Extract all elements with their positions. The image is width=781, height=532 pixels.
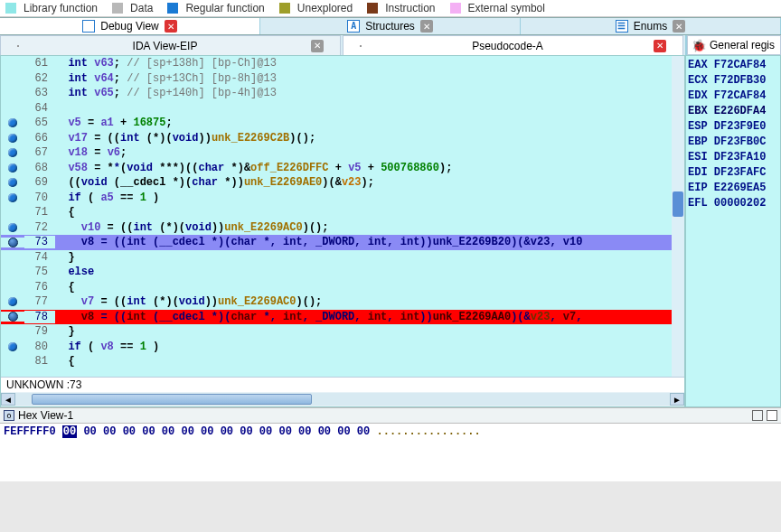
code-line[interactable]: 63 int v65; // [sp+140h] [bp-4h]@13 — [1, 86, 684, 101]
gutter[interactable] — [1, 342, 24, 351]
code-text[interactable]: v18 = v6; — [55, 146, 684, 159]
close-icon[interactable]: ✕ — [165, 20, 177, 33]
close-icon[interactable]: ✕ — [311, 40, 324, 52]
hscroll-track[interactable] — [15, 393, 670, 406]
code-line[interactable]: 77 v7 = ((int (*)(void))unk_E2269AC0)(); — [1, 294, 684, 310]
breakpoint-dot[interactable] — [8, 118, 17, 127]
code-line[interactable]: 67 v18 = v6; — [1, 145, 684, 161]
code-text[interactable]: { — [55, 355, 684, 368]
register-line[interactable]: EDI DF23FAFC — [688, 165, 778, 181]
breakpoint-dot[interactable] — [8, 163, 17, 173]
hex-ascii: ................ — [376, 425, 480, 438]
code-text[interactable]: v7 = ((int (*)(void))unk_E2269AC0)(); — [55, 295, 684, 308]
sub-tab[interactable]: Pseudocode-A✕ — [343, 35, 683, 55]
code-text[interactable]: int v64; // [sp+13Ch] [bp-8h]@13 — [55, 72, 684, 85]
code-line[interactable]: 65 v5 = a1 + 16875; — [1, 116, 684, 131]
code-text[interactable]: v58 = **(void ***)((char *)&off_E226DFFC… — [55, 162, 684, 174]
code-line[interactable]: 72 v10 = ((int (*)(void))unk_E2269AC0)()… — [1, 220, 684, 236]
legend-bar: Library functionDataRegular functionUnex… — [0, 0, 781, 17]
close-icon[interactable]: ✕ — [654, 40, 666, 52]
code-line[interactable]: 74 } — [1, 250, 684, 266]
code-text[interactable]: v10 = ((int (*)(void))unk_E2269AC0)(); — [55, 221, 684, 234]
code-text[interactable]: v17 = ((int (*)(void))unk_E2269C2B)(); — [55, 132, 684, 145]
hex-byte-selected[interactable]: 00 — [62, 425, 77, 438]
code-line[interactable]: 68 v58 = **(void ***)((char *)&off_E226D… — [1, 161, 684, 176]
hscroll-right[interactable]: ► — [670, 393, 684, 406]
register-line[interactable]: EIP E2269EA5 — [688, 181, 778, 196]
gutter[interactable] — [1, 238, 24, 247]
code-line[interactable]: 71 { — [1, 205, 684, 220]
hex-restore[interactable] — [767, 410, 777, 421]
breakpoint-dot[interactable] — [8, 297, 17, 306]
vscroll[interactable] — [672, 56, 684, 377]
code-text[interactable]: } — [55, 325, 684, 338]
hex-view-body[interactable]: FEFFFFF0 00 00 00 00 00 00 00 00 00 00 0… — [0, 424, 781, 481]
gutter[interactable] — [1, 118, 24, 127]
code-line[interactable]: 66 v17 = ((int (*)(void))unk_E2269C2B)()… — [1, 131, 684, 146]
legend-swatch — [279, 3, 290, 14]
code-text[interactable]: if ( v8 == 1 ) — [55, 341, 684, 353]
code-line[interactable]: 75 else — [1, 265, 684, 280]
register-line[interactable]: EBP DF23FB0C — [688, 135, 778, 150]
code-text[interactable]: int v63; // [sp+138h] [bp-Ch]@13 — [55, 57, 684, 70]
hex-maximize[interactable] — [752, 410, 763, 421]
register-line[interactable]: EDX F72CAF84 — [688, 89, 778, 104]
code-text[interactable]: else — [55, 266, 684, 278]
breakpoint-dot[interactable] — [8, 193, 17, 202]
register-line[interactable]: ESP DF23F9E0 — [688, 119, 778, 135]
breakpoint-dot[interactable] — [8, 342, 17, 351]
code-line[interactable]: 64 — [1, 101, 684, 117]
code-text[interactable]: { — [55, 206, 684, 219]
close-icon[interactable]: ✕ — [673, 20, 685, 33]
code-line[interactable]: 62 int v64; // [sp+13Ch] [bp-8h]@13 — [1, 71, 684, 87]
breakpoint-dot[interactable] — [8, 312, 18, 322]
code-line[interactable]: 61 int v63; // [sp+138h] [bp-Ch]@13 — [1, 56, 684, 71]
code-text[interactable]: int v65; // [sp+140h] [bp-4h]@13 — [55, 87, 684, 99]
code-text[interactable]: if ( a5 == 1 ) — [55, 191, 684, 204]
code-text[interactable]: v5 = a1 + 16875; — [55, 117, 684, 129]
hscroll[interactable]: ◄ ► — [1, 392, 684, 406]
breakpoint-dot[interactable] — [8, 223, 17, 232]
close-icon[interactable]: ✕ — [420, 20, 433, 33]
code-body[interactable]: 61 int v63; // [sp+138h] [bp-Ch]@1362 in… — [1, 56, 684, 377]
register-line[interactable]: EBX E226DFA4 — [688, 104, 778, 119]
code-line[interactable]: 73 v8 = ((int (__cdecl *)(char *, int, _… — [1, 235, 684, 250]
code-text[interactable]: ((void (__cdecl *)(char *))unk_E2269AE0)… — [55, 176, 684, 189]
register-line[interactable]: EAX F72CAF84 — [688, 58, 778, 73]
hscroll-left[interactable]: ◄ — [1, 393, 15, 406]
breakpoint-dot[interactable] — [8, 134, 17, 143]
main-tab[interactable]: ☰Enums✕ — [521, 18, 781, 34]
vscroll-thumb[interactable] — [673, 191, 683, 217]
code-line[interactable]: 78 v8 = ((int (__cdecl *)(char *, int, _… — [1, 310, 684, 325]
gutter[interactable] — [1, 312, 24, 322]
code-text[interactable]: { — [55, 281, 684, 294]
hex-view-header[interactable]: o Hex View-1 — [0, 407, 781, 424]
code-line[interactable]: 80 if ( v8 == 1 ) — [1, 340, 684, 355]
gutter[interactable] — [1, 134, 24, 143]
code-line[interactable]: 81 { — [1, 354, 684, 369]
sub-tab[interactable]: IDA View-EIP✕ — [0, 35, 341, 55]
code-text[interactable]: v8 = ((int (__cdecl *)(char *, int, _DWO… — [55, 236, 684, 248]
gutter[interactable] — [1, 178, 24, 187]
register-line[interactable]: ECX F72DFB30 — [688, 73, 778, 89]
gutter[interactable] — [1, 193, 24, 202]
breakpoint-dot[interactable] — [8, 238, 18, 247]
tab-registers[interactable]: 🐞 General regis — [687, 35, 781, 55]
code-text[interactable]: v8 = ((int (__cdecl *)(char *, int, _DWO… — [55, 311, 684, 323]
gutter[interactable] — [1, 163, 24, 173]
main-tab[interactable]: AStructures✕ — [260, 18, 521, 34]
gutter[interactable] — [1, 148, 24, 157]
main-tab[interactable]: Debug View✕ — [0, 18, 260, 34]
code-line[interactable]: 69 ((void (__cdecl *)(char *))unk_E2269A… — [1, 175, 684, 191]
code-text[interactable]: } — [55, 251, 684, 264]
gutter[interactable] — [1, 223, 24, 232]
code-line[interactable]: 79 } — [1, 324, 684, 340]
register-line[interactable]: ESI DF23FA10 — [688, 150, 778, 165]
breakpoint-dot[interactable] — [8, 178, 17, 187]
code-line[interactable]: 76 { — [1, 280, 684, 295]
gutter[interactable] — [1, 297, 24, 306]
hscroll-thumb[interactable] — [32, 394, 312, 405]
breakpoint-dot[interactable] — [8, 148, 17, 157]
code-line[interactable]: 70 if ( a5 == 1 ) — [1, 191, 684, 206]
register-line[interactable]: EFL 00000202 — [688, 196, 778, 211]
